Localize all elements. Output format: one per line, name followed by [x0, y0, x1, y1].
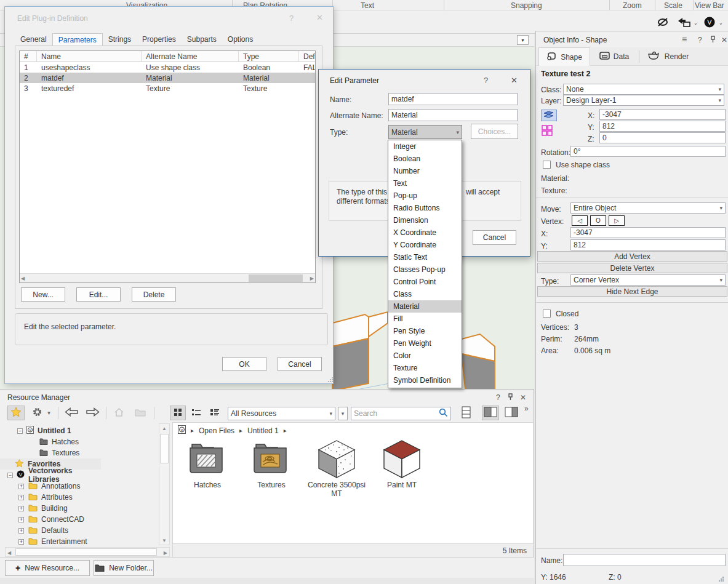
- tree-item-attributes[interactable]: + Attributes: [5, 492, 101, 503]
- dropdown-option-symbol-definition[interactable]: Symbol Definition: [388, 374, 462, 386]
- close-icon[interactable]: ✕: [721, 36, 727, 44]
- menu-label-text[interactable]: Text: [361, 1, 374, 10]
- col-header-num[interactable]: #: [20, 51, 37, 62]
- col-header-type[interactable]: Type: [239, 51, 299, 62]
- tree-vscrollbar[interactable]: ▲ ▼: [159, 423, 170, 545]
- x-field[interactable]: -3047: [599, 109, 726, 120]
- class-combobox[interactable]: None ▾: [563, 84, 724, 95]
- table-row[interactable]: 1 useshapeclass Use shape class Boolean …: [20, 62, 315, 73]
- help-icon[interactable]: ?: [698, 36, 702, 44]
- cancel-button[interactable]: Cancel: [278, 357, 322, 371]
- menu-label-view-bar[interactable]: View Bar: [695, 1, 724, 10]
- col-header-default[interactable]: Defa: [299, 51, 316, 62]
- search-input[interactable]: Search: [351, 407, 451, 420]
- tree-item-hatches[interactable]: Hatches: [5, 436, 101, 447]
- help-icon[interactable]: ?: [289, 14, 294, 23]
- name-field[interactable]: [563, 554, 726, 566]
- tree-item-defaults[interactable]: + Defaults: [5, 525, 101, 536]
- layer-combobox[interactable]: Design Layer-1 ▾: [563, 95, 724, 106]
- new-button[interactable]: New...: [21, 287, 65, 302]
- dropdown-option-y-coordinate[interactable]: Y Coordinate: [388, 239, 462, 251]
- resource-tile-concrete[interactable]: Concrete 3500psi MT: [303, 439, 370, 498]
- resource-tile-textures[interactable]: Textures: [239, 439, 303, 498]
- dropdown-option-static-text[interactable]: Static Text: [388, 251, 462, 263]
- table-hscrollbar[interactable]: ◀ ▶: [20, 273, 315, 282]
- dropdown-option-classes-popup[interactable]: Classes Pop-up: [388, 263, 462, 276]
- collapse-icon[interactable]: −: [7, 473, 13, 478]
- grid-reference-icon[interactable]: [541, 124, 553, 138]
- resource-filter-combobox[interactable]: All Resources ▾: [228, 407, 335, 420]
- tree-item-textures[interactable]: Textures: [5, 447, 101, 458]
- menu-label-scale[interactable]: Scale: [664, 1, 682, 10]
- vertex-mid-button[interactable]: O: [590, 215, 606, 226]
- delete-button[interactable]: Delete: [132, 287, 176, 302]
- dropdown-option-popup[interactable]: Pop-up: [388, 190, 462, 202]
- dropdown-option-text[interactable]: Text: [388, 177, 462, 190]
- home-button[interactable]: [111, 406, 127, 420]
- scroll-left-icon[interactable]: ◀: [21, 276, 25, 281]
- vertex-prev-button[interactable]: ◁: [572, 215, 588, 226]
- dropdown-option-number[interactable]: Number: [388, 165, 462, 177]
- y-field[interactable]: 812: [599, 121, 726, 132]
- panel-left-layout-button[interactable]: [482, 406, 499, 420]
- vertex-next-button[interactable]: ▷: [609, 215, 625, 226]
- close-icon[interactable]: ✕: [511, 76, 518, 85]
- tab-shape[interactable]: Shape: [538, 47, 590, 66]
- tab-options[interactable]: Options: [222, 33, 258, 46]
- menu-label-zoom[interactable]: Zoom: [623, 1, 642, 10]
- new-folder-button[interactable]: New Folder...: [94, 560, 154, 576]
- close-icon[interactable]: ✕: [316, 13, 323, 22]
- scroll-down-icon[interactable]: ▼: [162, 538, 167, 543]
- choices-button[interactable]: Choices...: [471, 124, 518, 139]
- vertex-type-combobox[interactable]: Corner Vertex ▾: [570, 274, 726, 286]
- chevron-down-icon[interactable]: ⌄: [719, 20, 723, 26]
- tree-item-connectcad[interactable]: + ConnectCAD: [5, 514, 101, 525]
- overflow-icon[interactable]: »: [524, 404, 529, 413]
- preview-rows-button[interactable]: [458, 406, 473, 420]
- panel-right-layout-button[interactable]: [503, 406, 520, 420]
- edit-button[interactable]: Edit...: [76, 287, 121, 302]
- expand-icon[interactable]: +: [18, 484, 24, 489]
- add-vertex-button[interactable]: Add Vertex: [537, 251, 727, 262]
- col-header-name[interactable]: Name: [37, 51, 142, 62]
- tree-item-untitled[interactable]: − v Untitled 1: [5, 425, 101, 436]
- search-icon[interactable]: [439, 408, 448, 419]
- vertex-x-field[interactable]: -3047: [570, 227, 726, 238]
- new-resource-button[interactable]: + New Resource...: [5, 560, 90, 576]
- table-row[interactable]: 3 texturedef Texture Texture: [20, 83, 315, 94]
- tree-item-annotations[interactable]: + Annotations: [5, 481, 101, 492]
- canvas-dropdown-button[interactable]: ▼: [517, 35, 529, 45]
- resize-grip[interactable]: [718, 575, 724, 584]
- list-view-button[interactable]: [188, 406, 204, 420]
- name-field[interactable]: matdef: [388, 93, 518, 105]
- dropdown-option-texture[interactable]: Texture: [388, 362, 462, 374]
- fit-to-objects-icon[interactable]: [677, 17, 692, 30]
- dropdown-option-radio-buttons[interactable]: Radio Buttons: [388, 202, 462, 214]
- vertex-y-field[interactable]: 812: [570, 239, 726, 250]
- dropdown-option-pen-style[interactable]: Pen Style: [388, 325, 462, 337]
- forward-button[interactable]: [84, 406, 101, 420]
- tab-render[interactable]: Render: [641, 47, 696, 66]
- scroll-up-icon[interactable]: ▲: [159, 424, 169, 433]
- move-combobox[interactable]: Entire Object ▾: [570, 202, 726, 214]
- delete-vertex-button[interactable]: Delete Vertex: [537, 263, 727, 273]
- dropdown-option-boolean[interactable]: Boolean: [388, 153, 462, 165]
- ok-button[interactable]: OK: [222, 357, 266, 371]
- tree-item-building[interactable]: + Building: [5, 503, 101, 514]
- scroll-right-icon[interactable]: ▶: [310, 276, 314, 281]
- tab-parameters[interactable]: Parameters: [52, 33, 103, 46]
- pin-icon[interactable]: [507, 393, 514, 403]
- scroll-right-icon[interactable]: ▶: [164, 550, 167, 556]
- detail-view-button[interactable]: [207, 406, 223, 420]
- scroll-thumb[interactable]: [15, 548, 157, 556]
- breadcrumb-untitled[interactable]: Untitled 1: [247, 426, 279, 435]
- menu-icon[interactable]: ≡: [682, 34, 687, 44]
- tab-general[interactable]: General: [15, 33, 52, 46]
- help-icon[interactable]: ?: [484, 76, 488, 85]
- resize-grip[interactable]: [327, 376, 334, 385]
- close-icon[interactable]: ✕: [520, 393, 526, 402]
- tab-data[interactable]: Data: [591, 47, 637, 66]
- collapse-icon[interactable]: −: [17, 428, 23, 434]
- dropdown-option-class[interactable]: Class: [388, 288, 462, 300]
- z-field[interactable]: 0: [599, 132, 726, 143]
